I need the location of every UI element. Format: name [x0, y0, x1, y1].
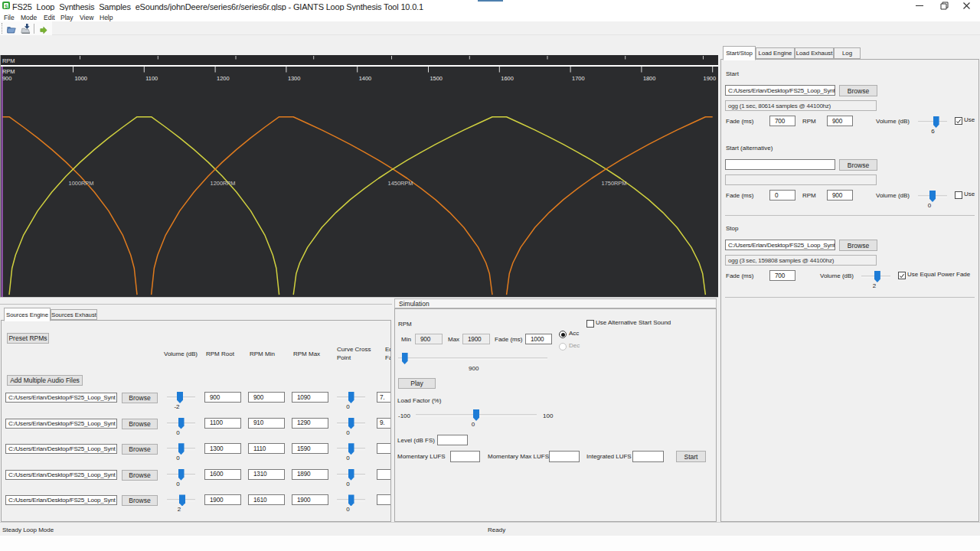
svg-text:1900: 1900 — [704, 75, 716, 82]
svg-text:1600: 1600 — [501, 75, 513, 82]
svg-text:1100: 1100 — [145, 75, 158, 82]
svg-text:RPM: RPM — [2, 68, 15, 75]
svg-text:1200RPM: 1200RPM — [211, 180, 236, 187]
svg-text:1500: 1500 — [430, 75, 443, 82]
svg-text:1300: 1300 — [288, 75, 300, 82]
svg-text:1700: 1700 — [572, 75, 584, 82]
svg-text:1750RPM: 1750RPM — [602, 180, 627, 187]
svg-text:1000: 1000 — [75, 75, 87, 82]
svg-text:1450RPM: 1450RPM — [388, 180, 413, 187]
svg-text:1800: 1800 — [643, 75, 655, 82]
svg-text:1200: 1200 — [217, 75, 229, 82]
svg-text:1000RPM: 1000RPM — [69, 180, 94, 187]
svg-text:1400: 1400 — [359, 75, 371, 82]
svg-text:RPM: RPM — [2, 57, 15, 64]
svg-text:900: 900 — [2, 75, 11, 82]
